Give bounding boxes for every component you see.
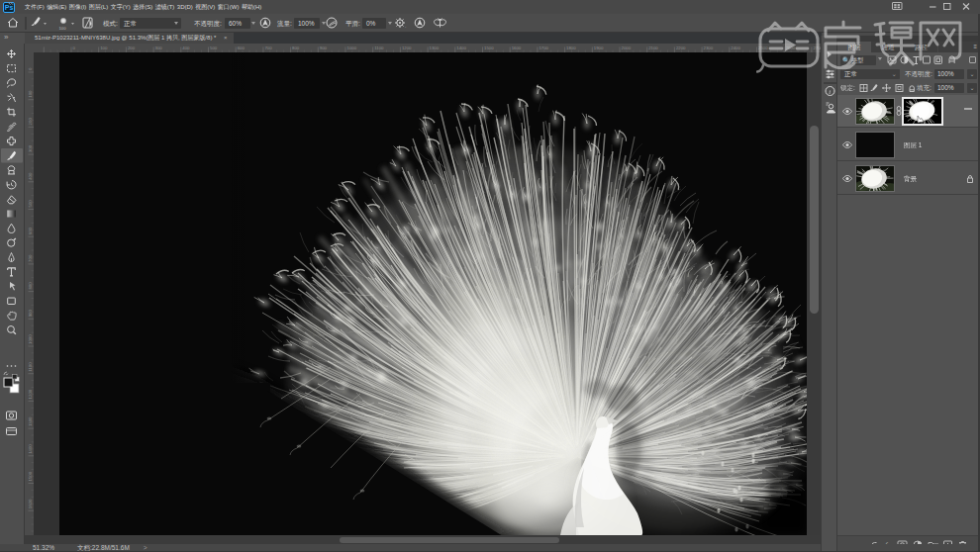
svg-text:500: 500 xyxy=(210,46,218,50)
svg-text:2400: 2400 xyxy=(731,46,740,50)
svg-text:600: 600 xyxy=(238,46,245,50)
svg-text:100: 100 xyxy=(28,90,33,98)
svg-text:i: i xyxy=(829,88,831,95)
svg-text:.: . xyxy=(405,23,406,29)
svg-text:300: 300 xyxy=(155,46,163,50)
svg-text:400: 400 xyxy=(182,46,190,50)
svg-text:100: 100 xyxy=(100,46,108,50)
svg-text:700: 700 xyxy=(28,254,33,262)
svg-text:1200: 1200 xyxy=(28,389,33,399)
svg-text:1700: 1700 xyxy=(539,46,548,50)
svg-text:600: 600 xyxy=(28,227,33,234)
svg-text:200: 200 xyxy=(128,46,136,50)
svg-text:1600: 1600 xyxy=(28,499,33,508)
svg-text:2200: 2200 xyxy=(676,46,686,50)
svg-text:2100: 2100 xyxy=(648,46,658,50)
svg-text:1400: 1400 xyxy=(456,46,466,50)
svg-text:1500: 1500 xyxy=(28,471,33,481)
svg-text:1300: 1300 xyxy=(430,46,440,50)
svg-text:900: 900 xyxy=(320,46,328,50)
svg-text:800: 800 xyxy=(28,282,33,290)
svg-text:1200: 1200 xyxy=(402,46,412,50)
svg-text:200: 200 xyxy=(28,118,33,126)
svg-text:700: 700 xyxy=(264,46,272,50)
svg-text:1600: 1600 xyxy=(512,46,522,50)
svg-text:1400: 1400 xyxy=(28,444,33,454)
svg-text:100: 100 xyxy=(59,26,67,31)
svg-text:1100: 1100 xyxy=(28,362,33,372)
svg-text:2000: 2000 xyxy=(622,46,632,50)
svg-text:1900: 1900 xyxy=(594,46,604,50)
svg-text:900: 900 xyxy=(28,310,33,318)
svg-text:1800: 1800 xyxy=(566,46,576,50)
svg-text:1000: 1000 xyxy=(347,46,357,50)
svg-text:300: 300 xyxy=(28,144,33,152)
svg-text:2300: 2300 xyxy=(704,46,714,50)
svg-text:800: 800 xyxy=(292,46,300,50)
svg-text:1300: 1300 xyxy=(28,416,33,426)
svg-text:500: 500 xyxy=(28,200,33,208)
svg-text:1500: 1500 xyxy=(484,46,494,50)
svg-text:400: 400 xyxy=(28,172,33,180)
svg-text:1000: 1000 xyxy=(28,334,33,344)
svg-text:1100: 1100 xyxy=(374,46,384,50)
